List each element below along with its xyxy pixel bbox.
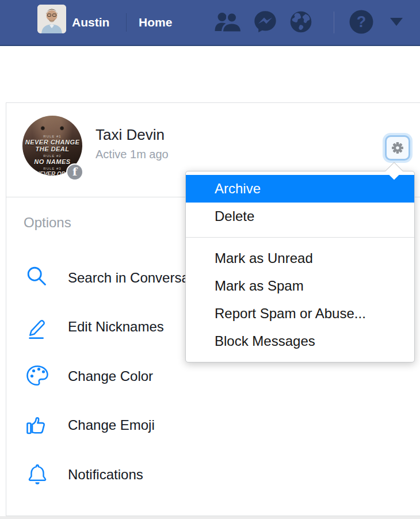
navbar-home-link[interactable]: Home xyxy=(139,0,172,45)
menu-item-delete[interactable]: Delete xyxy=(186,203,414,230)
option-change-emoji[interactable]: Change Emoji xyxy=(24,411,265,439)
menu-divider xyxy=(186,237,414,238)
navbar-divider xyxy=(126,13,127,32)
help-button[interactable]: ? xyxy=(349,10,373,34)
menu-item-mark-as-unread[interactable]: Mark as Unread xyxy=(186,245,414,272)
user-avatar-photo xyxy=(37,5,66,33)
poster-line: NEVER CHANGE xyxy=(25,139,80,146)
navbar-divider xyxy=(334,12,334,33)
conversation-name: Taxi Devin xyxy=(96,126,165,144)
poster-line: THE DEAL xyxy=(36,146,70,152)
pencil-icon xyxy=(24,313,51,341)
menu-item-mark-as-spam[interactable]: Mark as Spam xyxy=(186,272,414,300)
friend-requests-button[interactable] xyxy=(213,10,242,36)
account-menu-caret-icon[interactable] xyxy=(390,18,403,26)
poster-line: RULE #2 xyxy=(43,154,61,158)
messages-button[interactable] xyxy=(252,9,278,35)
poster-line: NO NAMES xyxy=(34,158,70,165)
facebook-badge-icon: f xyxy=(66,163,83,181)
conversation-settings-button[interactable] xyxy=(385,135,410,161)
poster-line: RULE #3 xyxy=(43,167,61,171)
option-notifications[interactable]: Notifications xyxy=(24,461,265,489)
thumbs-up-icon xyxy=(24,411,51,439)
svg-text:?: ? xyxy=(357,13,366,30)
settings-dropdown-menu: Archive Delete Mark as Unread Mark as Sp… xyxy=(185,171,415,362)
option-label: Change Emoji xyxy=(68,417,155,433)
help-icon: ? xyxy=(349,10,373,34)
navbar-username[interactable]: Austin xyxy=(72,0,109,45)
poster-line: NEVER OPE xyxy=(36,171,69,175)
option-label: Edit Nicknames xyxy=(68,319,164,335)
page-bottom-edge xyxy=(0,516,420,519)
bell-icon xyxy=(24,461,51,489)
call-toolbar: i xyxy=(0,46,420,102)
menu-item-block-messages[interactable]: Block Messages xyxy=(186,327,414,355)
poster-line: RULE #1 xyxy=(43,135,61,139)
globe-icon xyxy=(288,9,314,35)
active-status: Active 1m ago xyxy=(96,148,169,161)
palette-icon xyxy=(24,362,51,390)
option-label: Notifications xyxy=(68,467,143,483)
notifications-globe-button[interactable] xyxy=(288,9,314,35)
menu-item-report-spam-or-abuse[interactable]: Report Spam or Abuse... xyxy=(186,300,414,327)
facebook-navbar: Austin Home ? xyxy=(0,0,420,46)
messenger-icon xyxy=(252,9,278,35)
user-avatar[interactable] xyxy=(37,5,66,33)
options-section-title: Options xyxy=(24,215,71,231)
option-label: Change Color xyxy=(68,368,153,384)
gear-icon xyxy=(390,140,406,156)
option-change-color[interactable]: Change Color xyxy=(24,362,265,390)
menu-item-archive[interactable]: Archive xyxy=(186,175,414,203)
friends-icon xyxy=(213,10,242,36)
search-icon xyxy=(24,264,51,292)
